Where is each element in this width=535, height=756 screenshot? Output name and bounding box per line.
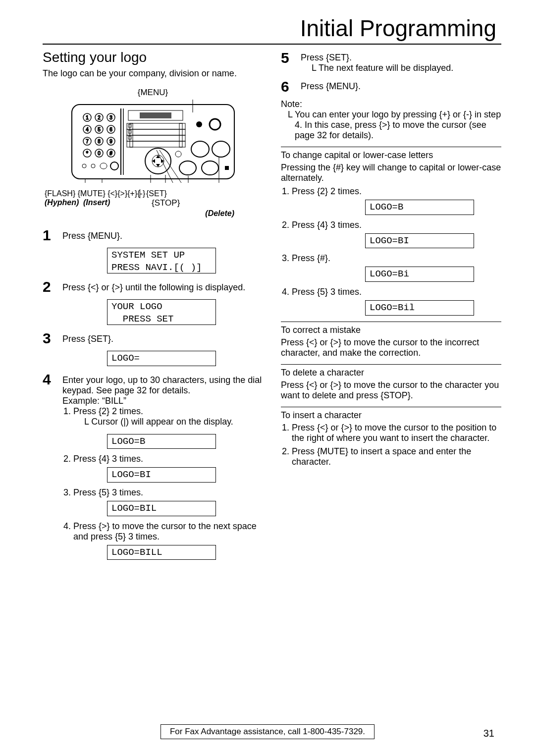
hyphen-label: (Hyphen)	[45, 198, 83, 208]
flash-mute-nav-labels: {FLASH} {MUTE} {<}{>}{+}{-}	[45, 189, 138, 198]
delete-heading: To delete a character	[281, 368, 501, 378]
step-3-body: Press {SET}.	[62, 330, 263, 344]
svg-rect-35	[127, 135, 185, 141]
title-rule	[43, 44, 501, 45]
lcd-display: LOGO=BILL	[107, 545, 216, 560]
lcd-display: SYSTEM SET UP PRESS NAVI.[( )]	[107, 248, 216, 273]
lcd-display: LOGO=	[107, 351, 216, 366]
substep-4-3: Press {5} 3 times.	[73, 487, 263, 498]
svg-text:3: 3	[109, 115, 112, 120]
capital-body: Pressing the {#} key will change to capi…	[281, 162, 501, 183]
menu-label: {MENU}	[43, 88, 263, 98]
step-1-body: Press {MENU}.	[62, 227, 263, 241]
capital-heading: To change capital or lower-case letters	[281, 150, 501, 161]
svg-point-44	[175, 151, 181, 157]
divider	[281, 407, 501, 407]
step-4-example: Example: “BILL”	[62, 396, 263, 406]
svg-point-47	[191, 141, 209, 157]
page-number: 31	[483, 728, 494, 739]
lcd-display: LOGO=Bi	[365, 267, 474, 282]
section-heading: Setting your logo	[43, 50, 263, 65]
step-2-body: Press {<} or {>} until the following is …	[62, 278, 263, 293]
step-number-2: 2	[43, 278, 62, 294]
svg-text:5: 5	[98, 127, 101, 132]
step-number-6: 6	[281, 78, 301, 94]
step-6-body: Press {MENU}.	[301, 78, 501, 92]
cap-step-2: Press {4} 3 times.	[292, 220, 501, 230]
step-5-note: L The next feature will be displayed.	[312, 63, 501, 73]
svg-point-46	[210, 119, 220, 130]
svg-point-27	[100, 163, 107, 169]
divider	[281, 322, 501, 322]
intro-text: The logo can be your company, division o…	[43, 68, 263, 79]
stop-label: {STOP}	[152, 198, 263, 208]
note-body: L You can enter your logo by pressing {+…	[288, 109, 501, 141]
svg-rect-36	[127, 141, 185, 147]
cap-step-4: Press {5} 3 times.	[292, 287, 501, 297]
device-diagram: {MENU} 1 2 3 4 5 6 7 8 9 * 0 #	[43, 88, 263, 218]
divider	[281, 147, 501, 147]
svg-text:8: 8	[98, 139, 101, 144]
step-number-4: 4	[43, 371, 62, 387]
svg-point-49	[179, 161, 196, 175]
svg-text:4: 4	[86, 127, 89, 132]
step-number-3: 3	[43, 330, 62, 346]
insert-step-1: Press {<} or {>} to move the cursor to t…	[292, 423, 501, 443]
lcd-display: LOGO=BIL	[107, 501, 216, 516]
svg-text:0: 0	[98, 151, 101, 156]
insert-step-2: Press {MUTE} to insert a space and enter…	[292, 446, 501, 467]
svg-text:2: 2	[98, 115, 101, 120]
page-title: Initial Programming	[43, 15, 501, 42]
svg-text:#: #	[109, 151, 112, 156]
lcd-display: YOUR LOGO PRESS SET	[107, 299, 216, 325]
delete-label: (Delete)	[43, 209, 234, 218]
svg-text:*: *	[86, 150, 88, 156]
lcd-display: LOGO=BI	[365, 233, 474, 249]
svg-text:7: 7	[86, 139, 89, 144]
note-header: Note:	[281, 99, 501, 109]
lcd-display: LOGO=Bil	[365, 300, 474, 316]
lcd-display: LOGO=B	[365, 200, 474, 215]
step-number-1: 1	[43, 227, 62, 243]
footer-text: For Fax Advantage assistance, call 1-800…	[160, 724, 374, 739]
svg-rect-51	[225, 166, 229, 170]
lcd-display: LOGO=BI	[107, 467, 216, 483]
svg-point-26	[91, 164, 95, 168]
device-illustration: 1 2 3 4 5 6 7 8 9 * 0 #	[71, 100, 235, 184]
delete-body: Press {<} or {>} to move the cursor to t…	[281, 380, 501, 401]
svg-text:9: 9	[109, 139, 112, 144]
svg-point-48	[212, 141, 230, 157]
divider	[281, 364, 501, 365]
substep-4-1-note: L Cursor (|) will appear on the display.	[84, 417, 263, 427]
svg-rect-32	[140, 112, 171, 118]
svg-rect-33	[127, 123, 185, 129]
substep-4-4: Press {>} to move the cursor to the next…	[73, 521, 263, 542]
footer: For Fax Advantage assistance, call 1-800…	[0, 724, 535, 739]
insert-heading: To insert a character	[281, 410, 501, 421]
step-number-5: 5	[281, 50, 301, 65]
correct-body: Press {<} or {>} to move the cursor to t…	[281, 337, 501, 358]
svg-rect-34	[127, 129, 185, 135]
svg-point-25	[82, 164, 86, 168]
insert-label: (Insert)	[83, 198, 143, 208]
svg-point-50	[202, 161, 218, 175]
correct-heading: To correct a mistake	[281, 325, 501, 335]
svg-text:1: 1	[86, 115, 89, 120]
svg-text:6: 6	[109, 127, 112, 132]
step-5-body: Press {SET}.	[301, 53, 501, 63]
svg-point-45	[196, 121, 202, 127]
lcd-display: LOGO=B	[107, 434, 216, 449]
substep-4-1: Press {2} 2 times.	[73, 406, 143, 416]
step-4-intro: Enter your logo, up to 30 characters, us…	[62, 375, 263, 396]
set-label: {SET}	[140, 189, 167, 198]
button-labels-row: {FLASH} {MUTE} {<}{>}{+}{-} {SET}	[45, 189, 263, 198]
svg-point-28	[110, 162, 118, 170]
cap-step-1: Press {2} 2 times.	[292, 186, 501, 197]
cap-step-3: Press {#}.	[292, 253, 501, 264]
substep-4-2: Press {4} 3 times.	[73, 454, 263, 464]
